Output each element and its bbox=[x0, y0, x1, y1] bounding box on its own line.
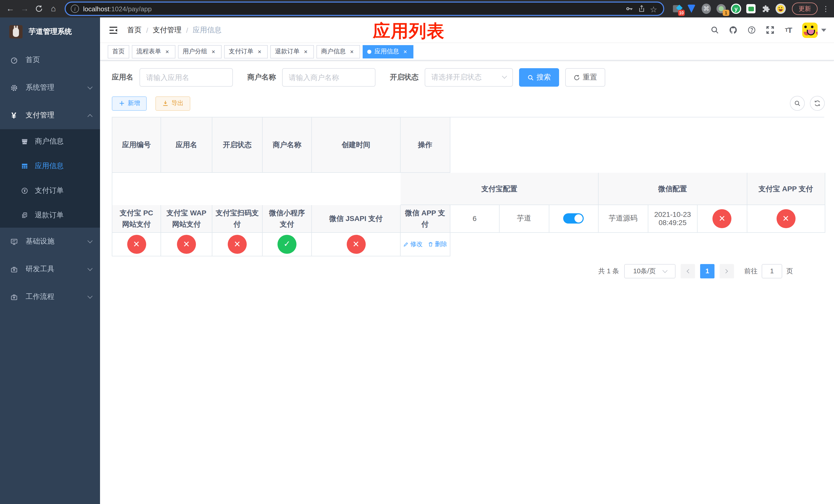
tab-merchant-info[interactable]: 商户信息× bbox=[316, 45, 360, 58]
sidebar-item-pay-order[interactable]: 支付订单 bbox=[0, 178, 100, 203]
toolbox-icon bbox=[10, 293, 18, 301]
column-group-wechat: 微信配置 bbox=[598, 173, 747, 205]
refresh-table-button[interactable] bbox=[810, 96, 825, 111]
sidebar-item-app-info[interactable]: 应用信息 bbox=[0, 154, 100, 178]
tab-pay-order[interactable]: 支付订单× bbox=[224, 45, 268, 58]
extension-camera-icon[interactable]: 1 bbox=[716, 4, 726, 14]
sidebar-item-workflow[interactable]: 工作流程 bbox=[0, 283, 100, 311]
tab-user-group[interactable]: 用户分组× bbox=[178, 45, 222, 58]
breadcrumb-home[interactable]: 首页 bbox=[127, 25, 141, 35]
address-bar[interactable]: i localhost:1024/pay/app ☆ bbox=[65, 2, 664, 16]
next-page-button[interactable] bbox=[720, 264, 734, 278]
close-icon[interactable]: × bbox=[402, 48, 409, 55]
status-label: 开启状态 bbox=[390, 73, 419, 82]
app-name-label: 应用名 bbox=[112, 73, 133, 82]
wechat-jsapi-status-icon[interactable] bbox=[278, 235, 297, 254]
status-toggle[interactable] bbox=[564, 213, 584, 224]
chevron-down-icon bbox=[87, 238, 93, 243]
collapse-sidebar-icon[interactable] bbox=[108, 24, 119, 36]
browser-profile-avatar[interactable] bbox=[775, 4, 786, 14]
sidebar-item-merchant-info[interactable]: 商户信息 bbox=[0, 129, 100, 154]
tab-process-form[interactable]: 流程表单× bbox=[132, 45, 175, 58]
wechat-mini-status-icon[interactable] bbox=[228, 235, 247, 254]
close-icon[interactable]: × bbox=[302, 48, 309, 55]
extension-chat-icon[interactable] bbox=[746, 4, 756, 14]
yen-icon: ¥ bbox=[10, 111, 18, 119]
column-header-merchant: 商户名称 bbox=[263, 117, 312, 173]
header-search-icon[interactable] bbox=[710, 25, 719, 35]
tags-view: 首页 流程表单× 用户分组× 支付订单× 退款订单× 商户信息× 应用信息× bbox=[100, 43, 834, 61]
merchant-name-input[interactable] bbox=[282, 68, 375, 87]
sidebar-item-system[interactable]: 系统管理 bbox=[0, 74, 100, 101]
search-button[interactable]: 搜索 bbox=[519, 68, 559, 87]
browser-menu-icon[interactable]: ⋮ bbox=[822, 5, 830, 13]
sidebar-item-home[interactable]: 首页 bbox=[0, 46, 100, 74]
close-icon[interactable]: × bbox=[256, 48, 263, 55]
fullscreen-icon[interactable] bbox=[765, 25, 774, 35]
alipay-pc-status-icon[interactable] bbox=[776, 209, 795, 228]
edit-button[interactable]: 修改 bbox=[403, 240, 423, 249]
site-info-icon[interactable]: i bbox=[71, 5, 79, 13]
app-title: 芋道管理系统 bbox=[29, 27, 72, 37]
alipay-qr-status-icon[interactable] bbox=[177, 235, 196, 254]
column-header-alipay-wap: 支付宝 WAP 网站支付 bbox=[161, 205, 212, 233]
password-key-icon[interactable] bbox=[625, 5, 633, 13]
sidebar-logo[interactable]: 芋道管理系统 bbox=[0, 18, 100, 46]
close-icon[interactable]: × bbox=[163, 48, 171, 55]
row-app-name: 芋道 bbox=[500, 205, 549, 233]
export-button[interactable]: 导出 bbox=[155, 96, 190, 111]
add-button[interactable]: 新增 bbox=[112, 96, 147, 111]
sidebar-item-payment[interactable]: ¥ 支付管理 bbox=[0, 101, 100, 129]
font-size-icon[interactable]: TT bbox=[784, 25, 793, 35]
trash-icon bbox=[428, 242, 433, 247]
sidebar-item-refund-order[interactable]: 退款订单 bbox=[0, 203, 100, 228]
github-icon[interactable] bbox=[728, 25, 738, 35]
browser-reload-button[interactable] bbox=[33, 3, 45, 15]
browser-update-button[interactable]: 更新 bbox=[792, 3, 818, 15]
screen: ← → ⌂ i localhost:1024/pay/app ☆ 10 ⌘ 1 … bbox=[0, 0, 834, 504]
user-menu[interactable] bbox=[802, 22, 826, 38]
extension-gem-icon[interactable] bbox=[686, 4, 697, 14]
delete-button[interactable]: 删除 bbox=[428, 240, 447, 249]
sidebar-item-infrastructure[interactable]: 基础设施 bbox=[0, 228, 100, 255]
dashboard-icon bbox=[10, 56, 18, 64]
toggle-search-button[interactable] bbox=[790, 96, 805, 111]
sidebar-item-dev-tools[interactable]: 研发工具 bbox=[0, 255, 100, 283]
column-header-wechat-app: 微信 APP 支付 bbox=[401, 205, 450, 233]
search-form: 应用名 商户名称 开启状态 请选择开启状态 搜索 重置 bbox=[112, 68, 825, 87]
help-icon[interactable] bbox=[747, 25, 756, 35]
browser-home-button[interactable]: ⌂ bbox=[47, 3, 60, 15]
extension-y-icon[interactable]: y bbox=[731, 4, 741, 14]
browser-forward-button[interactable]: → bbox=[19, 3, 31, 15]
status-select[interactable]: 请选择开启状态 bbox=[425, 68, 513, 87]
page-size-select[interactable]: 10条/页 bbox=[624, 264, 676, 278]
current-page-button[interactable]: 1 bbox=[700, 264, 715, 278]
reset-button[interactable]: 重置 bbox=[565, 68, 605, 87]
bookmark-star-icon[interactable]: ☆ bbox=[650, 5, 658, 13]
grid-table-icon bbox=[21, 162, 28, 170]
breadcrumb-current: 应用信息 bbox=[193, 25, 222, 35]
close-icon[interactable]: × bbox=[348, 48, 355, 55]
close-icon[interactable]: × bbox=[210, 48, 217, 55]
chevron-down-icon bbox=[87, 266, 93, 271]
extensions-area: 10 ⌘ 1 y bbox=[670, 4, 788, 14]
goto-page-input[interactable] bbox=[762, 264, 782, 278]
app-name-input[interactable] bbox=[139, 68, 233, 87]
extension-grid-icon[interactable]: 10 bbox=[672, 4, 682, 14]
wechat-app-status-icon[interactable] bbox=[347, 235, 366, 254]
prev-page-button[interactable] bbox=[681, 264, 695, 278]
share-icon[interactable] bbox=[638, 5, 646, 13]
tab-refund-order[interactable]: 退款订单× bbox=[270, 45, 314, 58]
row-merchant: 芋道源码 bbox=[598, 205, 648, 233]
extensions-puzzle-icon[interactable] bbox=[761, 4, 771, 14]
extension-command-icon[interactable]: ⌘ bbox=[701, 4, 711, 14]
payment-submenu: 商户信息 应用信息 支付订单 bbox=[0, 129, 100, 228]
browser-back-button[interactable]: ← bbox=[4, 3, 16, 15]
column-header-app-id: 应用编号 bbox=[112, 117, 161, 173]
tab-home[interactable]: 首页 bbox=[108, 45, 129, 58]
page-content: 应用名 商户名称 开启状态 请选择开启状态 搜索 重置 bbox=[100, 61, 834, 504]
breadcrumb-parent[interactable]: 支付管理 bbox=[153, 25, 181, 35]
tab-app-info[interactable]: 应用信息× bbox=[363, 45, 413, 58]
alipay-app-status-icon[interactable] bbox=[713, 209, 732, 228]
alipay-wap-status-icon[interactable] bbox=[127, 235, 146, 254]
